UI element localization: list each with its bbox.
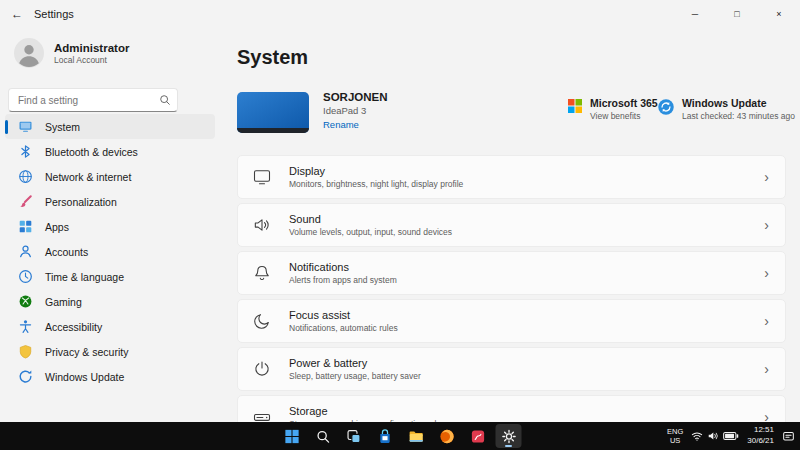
chevron-right-icon: › — [764, 218, 769, 232]
sidebar-item-label: Privacy & security — [45, 346, 128, 358]
chevron-right-icon: › — [764, 410, 769, 422]
sidebar-item-gaming[interactable]: Gaming — [5, 289, 215, 314]
view-benefits-link[interactable]: View benefits — [590, 111, 658, 121]
task-view-button[interactable] — [341, 424, 367, 448]
card-title: Sound — [289, 213, 764, 225]
wifi-icon — [691, 430, 703, 442]
time-text: 12:51 — [747, 425, 774, 436]
search-input[interactable] — [8, 88, 178, 112]
card-subtitle: Notifications, automatic rules — [289, 323, 764, 333]
titlebar: ← Settings ─ □ × — [0, 0, 800, 28]
settings-taskbar-button[interactable] — [496, 424, 522, 448]
sidebar-item-label: Windows Update — [45, 371, 124, 383]
firefox-icon — [438, 428, 455, 445]
sidebar-item-personalization[interactable]: Personalization — [5, 189, 215, 214]
sidebar-item-accessibility[interactable]: Accessibility — [5, 314, 215, 339]
chevron-right-icon: › — [764, 170, 769, 184]
sidebar-item-time-language[interactable]: Time & language — [5, 264, 215, 289]
moon-icon — [252, 311, 272, 331]
sidebar-item-label: Personalization — [45, 196, 117, 208]
sidebar-item-label: System — [45, 121, 80, 133]
task-view-icon — [345, 428, 362, 445]
account-header[interactable]: Administrator Local Account — [14, 38, 129, 68]
microsoft-logo-icon — [567, 98, 583, 114]
taskbar-search-button[interactable] — [310, 424, 336, 448]
globe-icon — [18, 169, 33, 184]
chevron-right-icon: › — [764, 266, 769, 280]
device-name: SORJONEN — [323, 91, 388, 103]
card-sound[interactable]: Sound Volume levels, output, input, soun… — [237, 203, 786, 247]
system-tray: ENG US 12:51 30/6/21 — [667, 422, 795, 450]
microsoft-365-promo[interactable]: Microsoft 365 View benefits — [567, 97, 658, 121]
clock-icon — [18, 269, 33, 284]
volume-icon — [707, 430, 719, 442]
pinned-app-button[interactable] — [465, 424, 491, 448]
card-focus-assist[interactable]: Focus assist Notifications, automatic ru… — [237, 299, 786, 343]
card-power-battery[interactable]: Power & battery Sleep, battery usage, ba… — [237, 347, 786, 391]
sidebar-item-accounts[interactable]: Accounts — [5, 239, 215, 264]
account-type: Local Account — [54, 55, 129, 65]
card-title: Notifications — [289, 261, 764, 273]
back-button[interactable]: ← — [0, 7, 34, 21]
search-icon — [314, 428, 331, 445]
store-bag-icon — [376, 428, 393, 445]
selection-indicator — [5, 120, 8, 134]
sidebar-item-bluetooth-devices[interactable]: Bluetooth & devices — [5, 139, 215, 164]
search-icon — [159, 94, 171, 106]
sidebar-item-privacy-security[interactable]: Privacy & security — [5, 339, 215, 364]
card-storage[interactable]: Storage Storage space, drives, configura… — [237, 395, 786, 422]
start-button[interactable] — [279, 424, 305, 448]
card-title: Focus assist — [289, 309, 764, 321]
sidebar-item-label: Time & language — [45, 271, 124, 283]
gear-icon — [500, 428, 517, 445]
user-name: Administrator — [54, 42, 129, 54]
promo-title: Windows Update — [682, 97, 795, 109]
shield-icon — [18, 344, 33, 359]
windows-logo-icon — [283, 428, 300, 445]
card-title: Power & battery — [289, 357, 764, 369]
display-icon — [252, 167, 272, 187]
accessibility-icon — [18, 319, 33, 334]
tray-status-button[interactable] — [691, 430, 739, 442]
language-code: ENG — [667, 427, 683, 436]
sidebar-item-system[interactable]: System — [5, 114, 215, 139]
sidebar-item-network-internet[interactable]: Network & internet — [5, 164, 215, 189]
card-subtitle: Sleep, battery usage, battery saver — [289, 371, 764, 381]
battery-icon — [723, 430, 739, 442]
sidebar-item-apps[interactable]: Apps — [5, 214, 215, 239]
file-explorer-button[interactable] — [403, 424, 429, 448]
close-button[interactable]: × — [758, 0, 800, 28]
drive-icon — [252, 407, 272, 422]
sidebar-item-label: Bluetooth & devices — [45, 146, 138, 158]
rename-link[interactable]: Rename — [323, 119, 388, 130]
maximize-button[interactable]: □ — [716, 0, 758, 28]
minimize-button[interactable]: ─ — [674, 0, 716, 28]
window-controls: ─ □ × — [674, 0, 800, 28]
avatar — [14, 38, 44, 68]
sidebar-nav: System Bluetooth & devices Network & int… — [5, 114, 215, 389]
sidebar-item-windows-update[interactable]: Windows Update — [5, 364, 215, 389]
sidebar-item-label: Apps — [45, 221, 69, 233]
windows-update-badge-icon — [657, 98, 675, 116]
firefox-button[interactable] — [434, 424, 460, 448]
bluetooth-icon — [18, 144, 33, 159]
promo-title: Microsoft 365 — [590, 97, 658, 109]
windows-update-promo[interactable]: Windows Update Last checked: 43 minutes … — [657, 97, 795, 121]
sidebar-item-label: Accessibility — [45, 321, 102, 333]
clock[interactable]: 12:51 30/6/21 — [747, 425, 774, 447]
card-title: Display — [289, 165, 764, 177]
sidebar-item-label: Gaming — [45, 296, 82, 308]
store-button[interactable] — [372, 424, 398, 448]
update-status: Last checked: 43 minutes ago — [682, 111, 795, 121]
card-notifications[interactable]: Notifications Alerts from apps and syste… — [237, 251, 786, 295]
chevron-right-icon: › — [764, 362, 769, 376]
notification-center-button[interactable] — [782, 430, 795, 443]
region-code: US — [667, 436, 683, 445]
brush-icon — [18, 194, 33, 209]
date-text: 30/6/21 — [747, 436, 774, 447]
speaker-icon — [252, 215, 272, 235]
card-display[interactable]: Display Monitors, brightness, night ligh… — [237, 155, 786, 199]
language-indicator[interactable]: ENG US — [667, 427, 683, 446]
card-subtitle: Monitors, brightness, night light, displ… — [289, 179, 764, 189]
device-thumbnail — [237, 92, 309, 133]
